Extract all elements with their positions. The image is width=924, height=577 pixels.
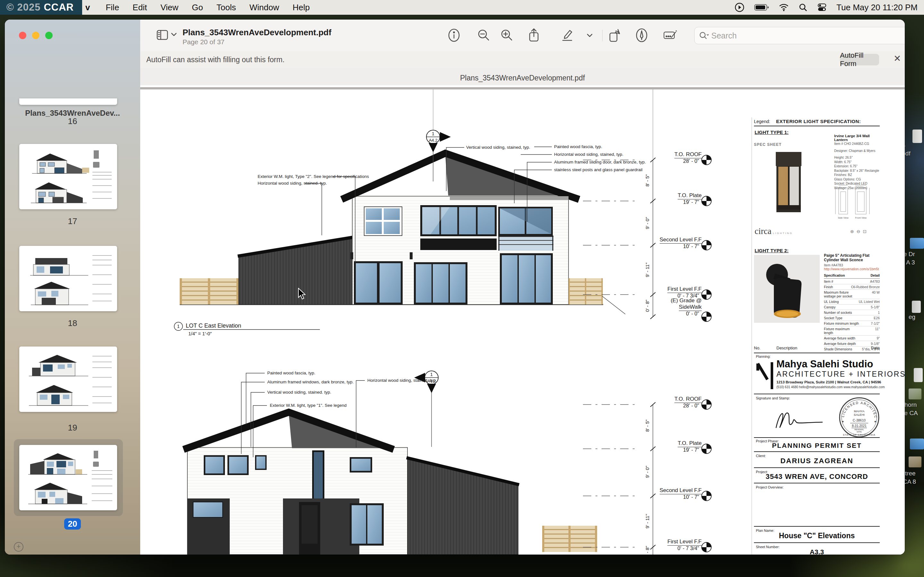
menu-item[interactable]: Go (192, 3, 203, 12)
menu-clock[interactable]: Tue May 20 11:20 PM (837, 3, 918, 13)
sidebar-chevron-icon[interactable] (170, 31, 178, 39)
form-fill-button[interactable] (663, 28, 678, 43)
firm-contact: (510) 631 4680 hello@mahyasalehistudio.c… (776, 385, 885, 389)
close-button[interactable] (19, 32, 26, 39)
project-phase-value: PLANNING PERMIT SET (754, 442, 880, 450)
spec-line: Glass Options: CG (834, 177, 880, 182)
menu-item[interactable]: Tools (216, 3, 236, 12)
desktop-icon-label[interactable]: thorn (903, 401, 917, 408)
light1-item: Item # CHO 2446BZ-CG (834, 142, 880, 146)
sheet-number-value: A3.3 (754, 548, 880, 554)
firm-logo (755, 359, 774, 390)
annotation: Painted wood fascia, typ. (267, 371, 315, 376)
light2-heading: LIGHT TYPE 2: (754, 248, 788, 253)
page-thumbnail[interactable] (19, 98, 117, 105)
spec-row: Canopy5-1/8" (824, 304, 880, 309)
annotation: Horizontal wood siding, stained, typ. (367, 378, 437, 383)
desktop-icon-label[interactable]: A 3 (906, 259, 915, 266)
annotation: Vertical wood siding, stained, typ. (466, 145, 530, 150)
pdf-page[interactable]: 8' - 5" 9' - 0" 9' - 11" 0' - 8" 1 A4.2 … (140, 85, 905, 554)
level-label: First Level F.F0' - 7 3/4" (622, 286, 702, 299)
preview-window: Plans_3543WrenAveDev... 16 (5, 19, 905, 554)
desktop-file-icon[interactable] (912, 301, 921, 313)
desktop-file-icon[interactable] (914, 368, 923, 382)
add-page-button[interactable]: + (14, 542, 23, 552)
control-center-icon[interactable] (817, 3, 827, 12)
menu-bar: © 2025 CCAR v FileEditViewGoToolsWindowH… (0, 0, 924, 15)
ccar-watermark: © 2025 CCAR (0, 0, 82, 15)
menu-item[interactable]: Edit (132, 3, 147, 12)
desktop-icon-label[interactable]: eg (909, 314, 915, 321)
autofill-message: AutoFill can assist with filling out thi… (146, 55, 284, 64)
autofill-banner: AutoFill can assist with filling out thi… (140, 51, 905, 68)
info-button[interactable] (447, 28, 461, 43)
banner-close-icon[interactable]: ✕ (893, 53, 901, 64)
client-value: DARIUS ZAGREAN (754, 457, 880, 465)
desktop-file-icon[interactable] (913, 129, 922, 143)
zoom-button[interactable] (45, 32, 53, 39)
svg-text:9' - 0": 9' - 0" (645, 466, 650, 478)
play-circle-icon[interactable] (734, 2, 745, 13)
level-label: Second Level F.F10' - 7" (622, 237, 702, 250)
desktop-folder-icon[interactable] (910, 438, 924, 450)
svg-text:RENEWAL: RENEWAL (855, 429, 864, 430)
sconce-photo (754, 255, 820, 323)
page-number: 17 (5, 216, 140, 226)
desktop-folder-icon[interactable] (910, 238, 924, 249)
page-thumbnail-selected[interactable] (19, 445, 117, 510)
share-button[interactable] (527, 28, 541, 43)
svg-text:★: ★ (874, 420, 877, 423)
svg-text:8' - 5": 8' - 5" (645, 174, 650, 187)
svg-text:DATE: DATE (857, 431, 862, 433)
spotlight-search-icon[interactable] (798, 3, 808, 12)
minimize-button[interactable] (32, 32, 39, 39)
legend-title: EXTERIOR LIGHT SPECIFICATION: (776, 119, 861, 124)
annotate-pen-button[interactable] (634, 28, 649, 43)
zoom-out-button[interactable] (477, 28, 491, 43)
zoom-in-button[interactable] (499, 28, 514, 43)
search-input[interactable]: Search (694, 27, 905, 44)
autofill-form-button[interactable]: AutoFill Form (840, 54, 879, 65)
light2-product: Paige 5" Articulating Flat Cylinder Wall… (824, 253, 880, 263)
battery-icon[interactable] (754, 3, 769, 11)
svg-text:9' - 11": 9' - 11" (645, 263, 650, 277)
legend-label: Legend: (754, 119, 771, 124)
spec-row: Fixture maximum length11" (824, 326, 880, 335)
desktop-icon-label[interactable]: e Dr (903, 251, 915, 258)
wifi-icon[interactable] (779, 3, 789, 11)
svg-text:9' - 0": 9' - 0" (645, 217, 650, 229)
markup-pen-button[interactable] (560, 28, 575, 43)
annotation: Horizontal wood siding, stained, typ. (554, 152, 624, 157)
menu-item[interactable]: File (105, 3, 119, 12)
desktop-image-icon[interactable] (909, 388, 921, 400)
level-label: T.O. Plate19' - 7" (622, 192, 702, 205)
svg-text:8-31-2021: 8-31-2021 (852, 424, 867, 428)
menu-item[interactable]: Window (249, 3, 279, 12)
level-label: T.O. ROOF28' - 0" (622, 396, 702, 409)
project-value: 3543 WREN AVE, CONCORD (754, 472, 880, 481)
page-indicator: Page 20 of 37 (183, 38, 225, 46)
spec-row: UL ListingUL Listed Wet (824, 299, 880, 304)
thumbnail-sidebar: Plans_3543WrenAveDev... 16 (5, 19, 141, 554)
markup-chevron-icon[interactable] (585, 32, 594, 39)
app-menu-remnant[interactable]: v (86, 3, 90, 13)
lantern-photo (776, 151, 803, 214)
annotation: Exterior W.M. light, type "1". See legen… (270, 403, 347, 408)
page-number: 18 (5, 318, 140, 328)
page-thumbnail[interactable] (19, 347, 117, 412)
firm-name: Mahya Salehi Studio (776, 358, 873, 370)
rotate-button[interactable] (607, 28, 622, 43)
page-thumbnail[interactable] (19, 246, 117, 311)
menu-item[interactable]: Help (292, 3, 310, 12)
spec-row: FinishOil-Rubbed Bronze (824, 284, 880, 290)
spec-line: Backplate: 8.5" x 26" Rectangle (834, 169, 880, 173)
circa-logo: circa (754, 226, 771, 236)
light2-url[interactable]: http://www.rejuvenation.com/s/1bm5t (824, 267, 880, 271)
page-thumbnail[interactable] (19, 144, 117, 210)
desktop-icon-label[interactable]: CA 8 (903, 478, 916, 485)
menu-items: FileEditViewGoToolsWindowHelp (99, 3, 317, 13)
level-label: T.O. ROOF28' - 0" (622, 151, 702, 164)
sidebar-toggle-icon[interactable] (156, 28, 170, 43)
menu-item[interactable]: View (160, 3, 178, 12)
desktop-image-icon[interactable] (909, 456, 921, 467)
